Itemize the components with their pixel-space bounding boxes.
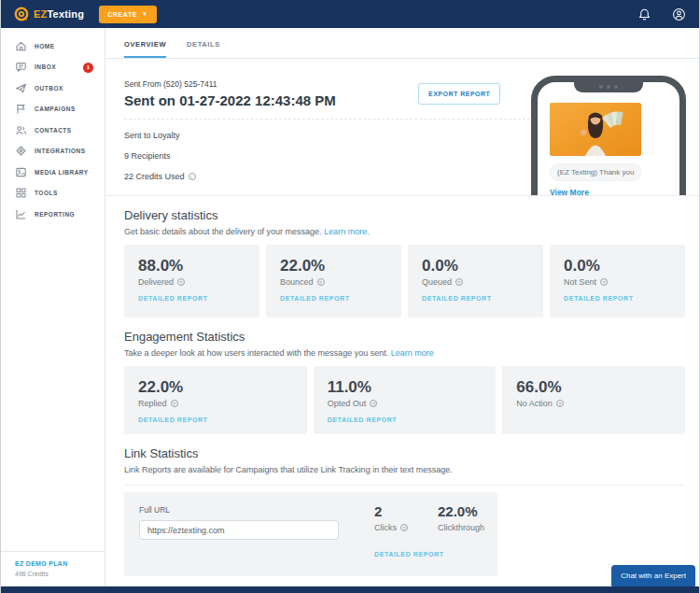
help-icon[interactable]: ?: [171, 400, 178, 407]
delivery-statistics-section: Delivery statistics Get basic details ab…: [105, 196, 699, 318]
brand-name: EZTexting: [34, 8, 84, 20]
sidebar-item-contacts[interactable]: CONTACTS: [1, 120, 105, 141]
stat-card-opted-out: 11.0% Opted Out? DETAILED REPORT: [314, 366, 497, 434]
stat-card-delivered: 88.0% Delivered? DETAILED REPORT: [124, 245, 259, 318]
contacts-people-icon: [15, 124, 27, 136]
inbox-icon: [15, 61, 27, 73]
brand-logo[interactable]: EZTexting: [14, 7, 84, 21]
section-subtitle: Link Reports are available for Campaigns…: [124, 465, 685, 474]
detailed-report-link[interactable]: DETAILED REPORT: [138, 295, 252, 302]
summary-divider: [124, 119, 530, 120]
tab-details[interactable]: DETAILS: [187, 40, 220, 58]
sidebar-item-label: INTEGRATIONS: [35, 148, 86, 154]
stat-card-no-action: 66.0% No Action?: [502, 366, 685, 434]
delivery-cards: 88.0% Delivered? DETAILED REPORT 22.0% B…: [124, 245, 685, 318]
help-icon[interactable]: ?: [400, 524, 408, 531]
sidebar-item-home[interactable]: HOME: [1, 35, 105, 57]
stat-card-replied: 22.0% Replied? DETAILED REPORT: [124, 366, 307, 434]
sidebar-item-label: CONTACTS: [35, 127, 72, 134]
link-stats-card: Full URL 2 Clicks? 22.0% Clickthrough DE…: [124, 492, 497, 576]
sidebar-item-label: MEDIA LIBRARY: [35, 169, 89, 176]
stat-card-queued: 0.0% Queued? DETAILED REPORT: [408, 245, 543, 318]
learn-more-link[interactable]: Learn more: [391, 348, 434, 358]
sidebar-item-label: INBOX: [35, 64, 56, 70]
message-summary: Sent From (520) 525-7411 Sent on 01-27-2…: [105, 59, 699, 196]
flag-icon: [15, 103, 27, 115]
eztexting-logo-icon: [14, 7, 29, 21]
subtitle-text: Get basic details about the delivery of …: [124, 227, 322, 236]
full-url-input[interactable]: [139, 520, 339, 540]
detailed-report-link[interactable]: DETAILED REPORT: [374, 551, 444, 558]
clicks-value: 2: [374, 503, 408, 519]
sidebar-item-tools[interactable]: TOOLS: [1, 183, 105, 205]
sidebar-item-media-library[interactable]: MEDIA LIBRARY: [1, 162, 105, 183]
notifications-bell-icon[interactable]: [637, 7, 651, 21]
clickthrough-label: Clickthrough: [438, 523, 484, 532]
detailed-report-link[interactable]: DETAILED REPORT: [328, 417, 489, 423]
help-icon[interactable]: ?: [455, 278, 463, 286]
detailed-report-link[interactable]: DETAILED REPORT: [422, 295, 536, 302]
chat-with-expert-button[interactable]: Chat with an Expert: [611, 565, 695, 586]
stat-label: Delivered?: [138, 277, 252, 287]
sidebar-item-campaigns[interactable]: CAMPAIGNS: [1, 99, 105, 120]
top-navbar: EZTexting CREATE ▼: [1, 0, 699, 28]
section-subtitle: Take a deeper look at how users interact…: [124, 348, 685, 358]
phone-frame: (EZ Texting) Thank you View More: [531, 76, 686, 195]
link-statistics-section: Link Statistics Link Reports are availab…: [105, 434, 699, 474]
phone-preview: (EZ Texting) Thank you View More: [531, 76, 686, 195]
stat-card-bounced: 22.0% Bounced? DETAILED REPORT: [266, 245, 401, 318]
stat-value: 22.0%: [280, 257, 394, 275]
help-icon[interactable]: ?: [600, 278, 608, 286]
reporting-chart-icon: [15, 208, 27, 220]
stat-value: 0.0%: [422, 257, 536, 275]
help-icon[interactable]: ?: [317, 278, 325, 286]
stat-label: No Action?: [516, 399, 678, 408]
plan-footer: EZ DEMO PLAN 496 Credits: [1, 551, 105, 586]
sidebar-item-inbox[interactable]: INBOX 1: [1, 57, 105, 78]
tab-overview[interactable]: OVERVIEW: [124, 40, 166, 58]
credits-used-label: 22 Credits Used: [124, 172, 185, 181]
tools-grid-icon: [15, 187, 27, 199]
stat-value: 0.0%: [564, 257, 678, 275]
mms-message-text: (EZ Texting) Thank you: [550, 163, 641, 181]
main-content: OVERVIEW DETAILS Sent From (520) 525-741…: [105, 28, 699, 586]
detailed-report-link[interactable]: DETAILED REPORT: [280, 295, 394, 302]
view-more-link[interactable]: View More: [550, 188, 679, 195]
link-section-divider: [124, 485, 685, 486]
stat-label: Opted Out?: [328, 399, 489, 408]
stat-value: 66.0%: [516, 378, 678, 397]
stat-label: Bounced?: [280, 277, 394, 287]
sidebar-item-label: TOOLS: [35, 190, 58, 196]
chevron-down-icon: ▼: [142, 11, 148, 17]
stat-card-not-sent: 0.0% Not Sent? DETAILED REPORT: [550, 245, 685, 318]
info-icon[interactable]: i: [189, 173, 196, 180]
create-button[interactable]: CREATE ▼: [99, 6, 156, 23]
export-report-button[interactable]: EXPORT REPORT: [418, 83, 500, 105]
media-image-icon: [15, 166, 27, 178]
detailed-report-link[interactable]: DETAILED REPORT: [564, 295, 678, 302]
learn-more-link[interactable]: Learn more.: [324, 227, 370, 236]
sidebar-item-label: OUTBOX: [35, 85, 63, 92]
clickthrough-stat: 22.0% Clickthrough: [438, 503, 484, 532]
clickthrough-value: 22.0%: [438, 503, 484, 519]
sidebar-item-outbox[interactable]: OUTBOX: [1, 78, 105, 99]
engagement-cards: 22.0% Replied? DETAILED REPORT 11.0% Opt…: [124, 366, 685, 434]
engagement-statistics-section: Engagement Statistics Take a deeper look…: [105, 318, 699, 434]
sidebar-item-label: CAMPAIGNS: [35, 106, 76, 112]
sidebar-item-reporting[interactable]: REPORTING: [1, 204, 105, 225]
phone-notch: [574, 81, 643, 92]
account-avatar-icon[interactable]: [672, 7, 686, 21]
detailed-report-link[interactable]: DETAILED REPORT: [138, 417, 300, 423]
mms-image: [550, 103, 641, 156]
bottom-window-edge: [1, 586, 699, 593]
sidebar-item-integrations[interactable]: INTEGRATIONS: [1, 141, 105, 162]
plan-name-link[interactable]: EZ DEMO PLAN: [15, 560, 105, 567]
help-icon[interactable]: ?: [177, 278, 185, 286]
section-title: Engagement Statistics: [124, 330, 685, 344]
home-icon: [15, 40, 27, 52]
inbox-unread-badge: 1: [83, 63, 93, 73]
sidebar-item-label: HOME: [35, 43, 55, 49]
help-icon[interactable]: ?: [556, 400, 564, 407]
help-icon[interactable]: ?: [370, 400, 377, 407]
section-title: Delivery statistics: [124, 208, 685, 222]
